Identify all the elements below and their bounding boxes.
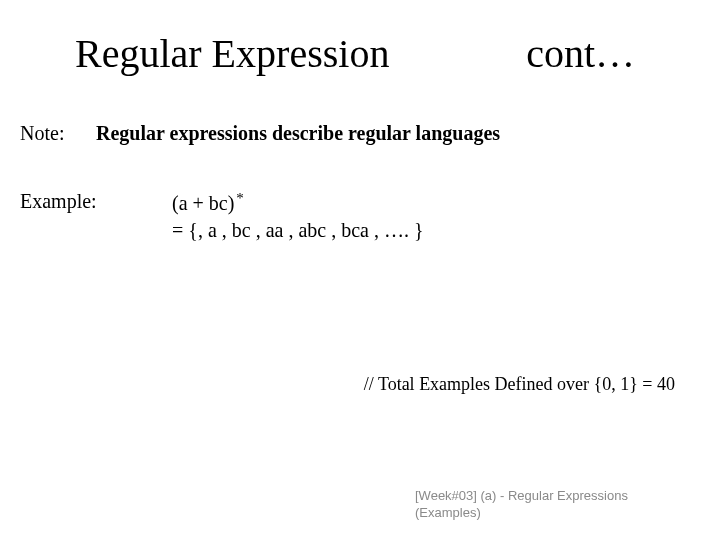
expr-star: * <box>236 190 244 206</box>
title-right: cont… <box>526 32 635 76</box>
slide: Regular Expression cont… Note: Regular e… <box>0 0 720 540</box>
example-set: = {, a , bc , aa , abc , bca , …. } <box>172 217 424 244</box>
example-body: (a + bc)* = {, a , bc , aa , abc , bca ,… <box>172 190 424 244</box>
note-text: Regular expressions describe regular lan… <box>96 122 500 145</box>
footer-text: [Week#03] (a) - Regular Expressions (Exa… <box>415 488 675 522</box>
example-expression: (a + bc)* <box>172 190 424 217</box>
example-label: Example: <box>20 190 100 213</box>
title-row: Regular Expression cont… <box>0 32 720 76</box>
title-left: Regular Expression <box>75 32 389 76</box>
note-row: Note: Regular expressions describe regul… <box>20 122 700 145</box>
comment-line: // Total Examples Defined over {0, 1} = … <box>0 374 720 395</box>
note-label: Note: <box>20 122 68 145</box>
expr-base: (a + bc) <box>172 192 234 214</box>
example-row: Example: (a + bc)* = {, a , bc , aa , ab… <box>20 190 700 244</box>
